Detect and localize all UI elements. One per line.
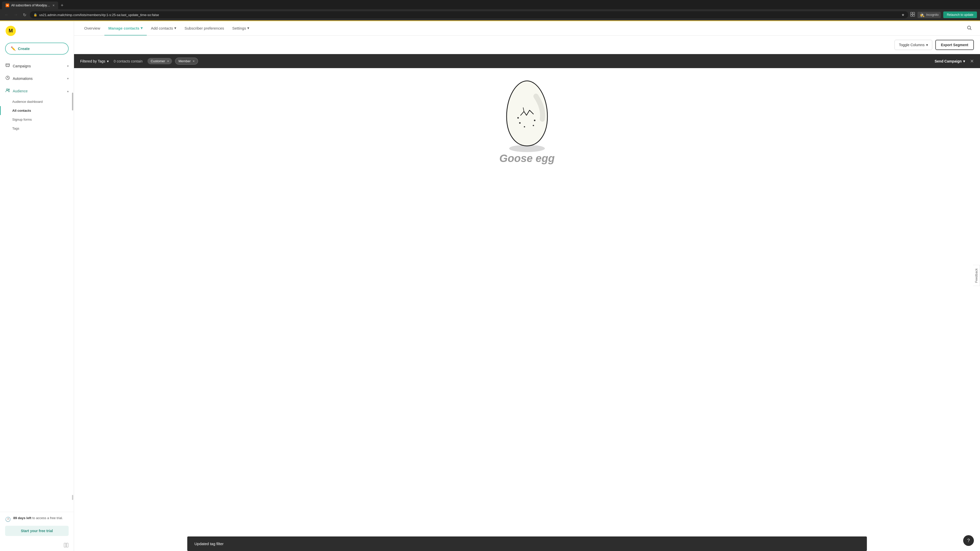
incognito-icon: 🕵️ (920, 13, 924, 17)
manage-contacts-arrow: ▾ (141, 26, 143, 30)
sidebar-sub-audience-dashboard[interactable]: Audience dashboard (0, 97, 74, 106)
svg-text:M: M (6, 4, 8, 6)
sidebar-collapse-button[interactable] (64, 543, 68, 548)
signup-forms-label: Signup forms (12, 118, 32, 121)
sidebar-sub-tags[interactable]: Tags (0, 124, 74, 133)
bookmark-icon[interactable]: ★ (901, 13, 905, 17)
tab-title: All subscribers of Moodjoy | Ma... (11, 3, 51, 7)
extensions-button[interactable] (910, 12, 915, 17)
nav-subscriber-preferences[interactable]: Subscriber preferences (180, 21, 228, 35)
svg-text:M: M (9, 28, 13, 33)
top-nav-search-button[interactable] (965, 23, 974, 34)
create-label: Create (18, 46, 30, 51)
toolbar-actions: 🕵️ Incognito Relaunch to update (910, 11, 977, 18)
settings-arrow: ▾ (247, 26, 249, 30)
new-tab-button[interactable]: + (59, 2, 65, 9)
scroll-indicator (72, 93, 73, 110)
create-button[interactable]: ✏️ Create (5, 43, 68, 55)
campaigns-label: Campaigns (13, 64, 65, 68)
sidebar-footer: 🕐 89 days left to access a free trial. S… (0, 512, 74, 540)
feedback-tab[interactable]: Feedback (973, 265, 980, 286)
logo-area: M (0, 21, 74, 38)
refresh-button[interactable]: ↻ (21, 11, 28, 18)
sidebar: M ✏️ Create Campaigns ▾ Automations ▾ (0, 21, 74, 551)
top-nav: Overview Manage contacts ▾ Add contacts … (74, 21, 980, 36)
customer-tag-remove[interactable]: × (167, 59, 169, 63)
address-bar[interactable]: 🔒 us21.admin.mailchimp.com/lists/members… (30, 11, 908, 18)
tag-badge-customer: Customer × (148, 58, 172, 64)
tab-close-button[interactable]: × (52, 3, 55, 7)
pencil-icon: ✏️ (11, 46, 16, 51)
sidebar-collapse-area (0, 540, 74, 551)
tab-favicon: M (6, 3, 9, 7)
contacts-count: 0 contacts contain (114, 59, 143, 63)
clear-filter-button[interactable]: ✕ (970, 59, 974, 64)
feedback-label: Feedback (975, 268, 978, 283)
feedback-area: Feedback (973, 265, 980, 286)
start-trial-button[interactable]: Start your free trial (5, 526, 68, 536)
active-tab[interactable]: M All subscribers of Moodjoy | Ma... × (2, 2, 58, 9)
svg-point-18 (533, 125, 534, 126)
toggle-columns-arrow: ▾ (926, 43, 928, 47)
egg-illustration (491, 78, 563, 150)
member-tag-remove[interactable]: × (192, 59, 195, 63)
scroll-indicator-bottom (72, 495, 73, 500)
trial-suffix: to access a free trial. (32, 516, 63, 520)
help-button[interactable]: ? (963, 535, 974, 546)
svg-point-19 (524, 126, 525, 127)
nav-settings[interactable]: Settings ▾ (228, 21, 253, 35)
toast-notification: Updated tag filter (187, 537, 867, 551)
forward-button[interactable]: → (12, 11, 19, 18)
relaunch-button[interactable]: Relaunch to update (943, 11, 977, 18)
add-contacts-arrow: ▾ (174, 26, 177, 30)
svg-point-10 (8, 89, 10, 90)
toggle-columns-label: Toggle Columns (899, 43, 924, 47)
automations-label: Automations (13, 76, 65, 81)
filter-dropdown-arrow: ▾ (107, 59, 109, 63)
automations-icon (5, 75, 10, 82)
browser-toolbar: ← → ↻ 🔒 us21.admin.mailchimp.com/lists/m… (0, 9, 980, 21)
sidebar-sub-signup-forms[interactable]: Signup forms (0, 115, 74, 124)
filter-bar: Filtered by Tags ▾ 0 contacts contain Cu… (74, 54, 980, 68)
sidebar-item-automations[interactable]: Automations ▾ (0, 72, 74, 85)
svg-rect-4 (911, 14, 912, 16)
goose-egg-text: Goose egg (499, 152, 555, 165)
campaigns-icon (5, 63, 10, 69)
svg-point-15 (517, 117, 519, 119)
audience-arrow: ▴ (67, 89, 68, 93)
trial-text: 89 days left to access a free trial. (13, 516, 63, 520)
svg-rect-12 (66, 543, 68, 547)
mailchimp-logo: M (5, 25, 16, 37)
nav-add-contacts[interactable]: Add contacts ▾ (147, 21, 180, 35)
sidebar-item-campaigns[interactable]: Campaigns ▾ (0, 60, 74, 72)
filter-label: Filtered by Tags (80, 59, 105, 63)
clock-icon: 🕐 (5, 516, 11, 522)
toggle-columns-button[interactable]: Toggle Columns ▾ (894, 40, 932, 50)
sidebar-item-audience[interactable]: Audience ▴ (0, 85, 74, 97)
egg-svg (496, 76, 558, 152)
customer-tag-label: Customer (151, 59, 165, 63)
send-campaign-label: Send Campaign (935, 59, 962, 63)
svg-point-17 (534, 120, 535, 121)
svg-point-13 (967, 26, 970, 29)
trial-days: 89 days left (13, 516, 32, 520)
back-button[interactable]: ← (3, 11, 10, 18)
svg-rect-5 (913, 14, 915, 16)
url-display: us21.admin.mailchimp.com/lists/members/#… (39, 13, 899, 17)
send-campaign-button[interactable]: Send Campaign ▾ (935, 59, 965, 63)
content-area: Goose egg Updated tag filter (74, 68, 980, 551)
browser-chrome: M All subscribers of Moodjoy | Ma... × +… (0, 0, 980, 21)
export-segment-button[interactable]: Export Segment (935, 40, 974, 50)
empty-state: Goose egg Updated tag filter (74, 68, 980, 551)
sidebar-sub-all-contacts[interactable]: All contacts (0, 106, 74, 115)
svg-rect-2 (911, 12, 912, 14)
main-content: Overview Manage contacts ▾ Add contacts … (74, 21, 980, 551)
nav-overview[interactable]: Overview (80, 21, 104, 35)
automations-arrow: ▾ (67, 77, 68, 80)
filter-by-tags[interactable]: Filtered by Tags ▾ (80, 59, 109, 63)
browser-tabs: M All subscribers of Moodjoy | Ma... × + (0, 0, 980, 9)
nav-manage-contacts[interactable]: Manage contacts ▾ (104, 21, 147, 35)
member-tag-label: Member (178, 59, 191, 63)
audience-label: Audience (13, 89, 65, 93)
tags-label: Tags (12, 127, 19, 130)
